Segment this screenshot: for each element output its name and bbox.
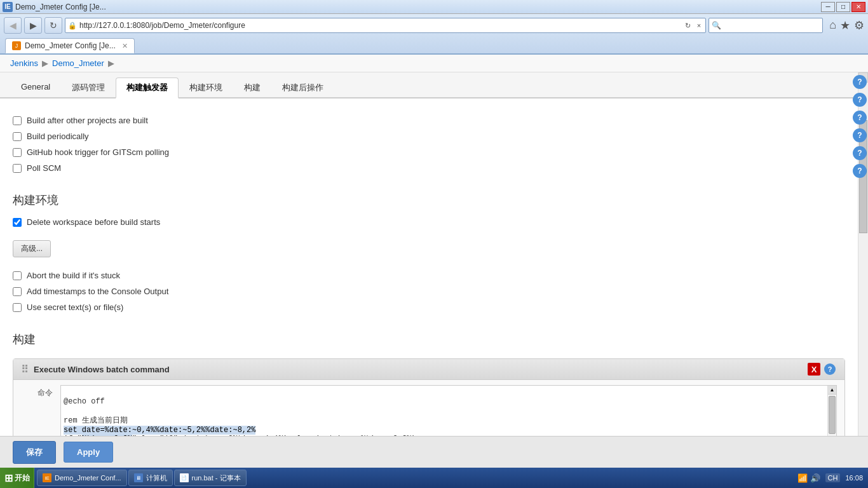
window-title: Demo_Jmeter Config [Je... (15, 3, 106, 11)
build-step-title: ⠿ Execute Windows batch command (21, 363, 170, 376)
close-button[interactable]: ✕ (851, 2, 865, 12)
form-body: Build after other projects are built Bui… (0, 98, 858, 469)
step-title-label: Execute Windows batch command (34, 365, 170, 374)
breadcrumb-sep1: ▶ (42, 58, 48, 68)
checkbox-row-secret-text: Use secret text(s) or file(s) (13, 299, 845, 315)
help-icon-3[interactable]: ? (853, 111, 867, 125)
checkbox-row-github-hook: GitHub hook trigger for GITScm polling (13, 144, 845, 160)
abort-stuck-checkbox[interactable] (13, 271, 22, 280)
settings-button[interactable]: ⚙ (854, 18, 864, 32)
poll-scm-checkbox[interactable] (13, 164, 22, 173)
secret-text-label: Use secret text(s) or file(s) (27, 302, 123, 312)
taskbar-item-icon-1: 🖥 (134, 473, 143, 482)
start-button[interactable]: ⊞ 开始 (0, 468, 34, 488)
main-content: General 源码管理 构建触发器 构建环境 构建 构建后操作 Build a… (0, 72, 868, 469)
tab-favicon: J (12, 41, 21, 50)
forward-button[interactable]: ▶ (24, 17, 42, 34)
tray-lang[interactable]: CH (825, 473, 841, 482)
abort-stuck-label: Abort the build if it's stuck (27, 271, 120, 280)
taskbar-item-0[interactable]: IE Demo_Jmeter Conf... (37, 470, 127, 486)
address-refresh-btn[interactable]: ↻ (683, 22, 693, 30)
address-bar: 🔒 ↻ × (65, 18, 706, 33)
build-env-section: 构建环境 Delete workspace before build start… (13, 182, 845, 315)
tray-icons: 📶 🔊 (797, 473, 820, 483)
address-input[interactable] (79, 21, 681, 30)
content-area: General 源码管理 构建触发器 构建环境 构建 构建后操作 Build a… (0, 72, 858, 469)
step-help-icon[interactable]: ? (824, 363, 836, 375)
help-icon-4[interactable]: ? (853, 128, 867, 142)
browser-tab[interactable]: J Demo_Jmeter Config [Je... ✕ (5, 38, 135, 53)
save-button[interactable]: 保存 (13, 441, 56, 464)
tab-label: Demo_Jmeter Config [Je... (25, 41, 116, 50)
github-hook-checkbox[interactable] (13, 148, 22, 157)
window-controls: ─ □ ✕ (821, 2, 865, 12)
breadcrumb-demo-jmeter[interactable]: Demo_Jmeter (52, 58, 104, 68)
sb-up-btn[interactable]: ▲ (828, 386, 836, 395)
taskbar-item-2[interactable]: 📄 run.bat - 记事本 (174, 470, 247, 486)
tab-close-button[interactable]: ✕ (122, 42, 128, 50)
taskbar-item-icon-2: 📄 (180, 473, 189, 482)
action-bar: 保存 Apply (0, 436, 868, 468)
title-bar: IE Demo_Jmeter Config [Je... ─ □ ✕ (0, 0, 868, 14)
poll-scm-label: Poll SCM (27, 163, 61, 173)
tab-trigger[interactable]: 构建触发器 (116, 78, 179, 98)
breadcrumb-jenkins[interactable]: Jenkins (10, 58, 38, 68)
favorites-button[interactable]: ★ (840, 18, 850, 32)
delete-workspace-checkbox[interactable] (13, 218, 22, 227)
start-icon: ⊞ (4, 472, 13, 484)
build-after-label: Build after other projects are built (27, 116, 148, 125)
tray-icon-network: 📶 (797, 473, 808, 483)
taskbar-item-label-1: 计算机 (146, 473, 167, 483)
checkbox-row-poll-scm: Poll SCM (13, 160, 845, 176)
tray-icon-volume: 🔊 (810, 473, 820, 483)
tray-time: 16:08 (845, 473, 863, 482)
advanced-button[interactable]: 高级... (13, 240, 51, 257)
checkbox-row-timestamps: Add timestamps to the Console Output (13, 283, 845, 299)
taskbar-item-label-2: run.bat - 记事本 (192, 473, 241, 483)
taskbar: ⊞ 开始 IE Demo_Jmeter Conf... 🖥 计算机 📄 run.… (0, 468, 868, 488)
breadcrumb-sep2: ▶ (108, 58, 114, 68)
minimize-button[interactable]: ─ (821, 2, 835, 12)
tab-build[interactable]: 构建 (233, 78, 271, 97)
help-icon-6[interactable]: ? (853, 164, 867, 178)
nav-bar: ◀ ▶ ↻ 🔒 ↻ × ⌂ ★ ⚙ (0, 14, 868, 37)
address-go-btn[interactable]: × (695, 22, 703, 29)
github-hook-label: GitHub hook trigger for GITScm polling (27, 147, 169, 157)
taskbar-items: IE Demo_Jmeter Conf... 🖥 计算机 📄 run.bat -… (34, 470, 792, 486)
delete-workspace-label: Delete workspace before build starts (27, 217, 160, 227)
trigger-section: Build after other projects are built Bui… (13, 106, 845, 182)
tab-env[interactable]: 构建环境 (179, 78, 233, 97)
address-icon: 🔒 (68, 22, 77, 30)
back-button[interactable]: ◀ (4, 17, 22, 34)
taskbar-tray: 📶 🔊 CH 16:08 (792, 473, 868, 483)
home-button[interactable]: ⌂ (829, 18, 836, 32)
maximize-button[interactable]: □ (836, 2, 850, 12)
highlighted-text-1: set date=%date:~0,4%%date:~5,2%%date:~8,… (64, 426, 255, 435)
timestamps-label: Add timestamps to the Console Output (27, 287, 168, 296)
help-icon-5[interactable]: ? (853, 146, 867, 160)
secret-text-checkbox[interactable] (13, 303, 22, 312)
checkbox-row-abort-stuck: Abort the build if it's stuck (13, 268, 845, 283)
drag-handle[interactable]: ⠿ (21, 363, 29, 376)
help-icon-2[interactable]: ? (853, 93, 867, 107)
build-periodically-checkbox[interactable] (13, 132, 22, 141)
apply-button[interactable]: Apply (64, 442, 113, 463)
tab-general[interactable]: General (10, 78, 61, 97)
checkbox-row-build-after: Build after other projects are built (13, 112, 845, 128)
taskbar-item-1[interactable]: 🖥 计算机 (128, 470, 173, 486)
search-input[interactable] (712, 21, 820, 30)
delete-step-button[interactable]: X (808, 363, 820, 376)
taskbar-item-label-0: Demo_Jmeter Conf... (55, 474, 121, 482)
checkbox-row-delete-workspace: Delete workspace before build starts (13, 214, 845, 230)
breadcrumb-bar: Jenkins ▶ Demo_Jmeter ▶ (0, 55, 868, 72)
timestamps-checkbox[interactable] (13, 287, 22, 296)
build-title: 构建 (13, 322, 845, 353)
tab-source[interactable]: 源码管理 (61, 78, 116, 97)
refresh-button[interactable]: ↻ (44, 17, 62, 34)
help-icon-1[interactable]: ? (853, 75, 867, 89)
build-after-checkbox[interactable] (13, 116, 22, 125)
tab-post[interactable]: 构建后操作 (271, 78, 334, 97)
sb-thumb[interactable] (829, 396, 836, 434)
browser-chrome: ◀ ▶ ↻ 🔒 ↻ × ⌂ ★ ⚙ J Demo_Jmeter Config [… (0, 14, 868, 55)
build-env-title: 构建环境 (13, 182, 845, 214)
